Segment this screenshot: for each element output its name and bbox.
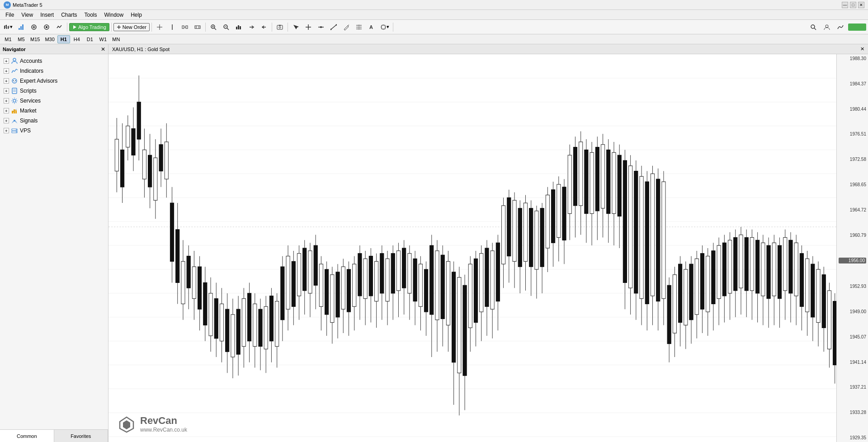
title-bar-controls[interactable]: — □ ✕ [842,2,864,8]
account-button[interactable] [821,21,833,33]
toolbar-separator-6 [288,23,288,32]
scale-fix-button[interactable] [192,21,203,33]
new-order-button[interactable]: New Order [113,23,150,31]
price-1933: 1933.28 [839,410,866,415]
horizontal-line-tool[interactable] [315,21,327,33]
svg-rect-244 [551,190,555,243]
tf-h4[interactable]: H4 [71,35,83,43]
svg-rect-324 [772,243,776,296]
chart-type-dropdown[interactable]: ▾ [2,21,14,33]
nav-item-accounts[interactable]: + Accounts [0,56,108,66]
tf-h1[interactable]: H1 [57,35,70,43]
minimize-button[interactable]: — [842,2,848,8]
nav-item-signals[interactable]: + Signals [0,116,108,126]
svg-rect-312 [739,235,743,288]
select-tool[interactable] [290,21,302,33]
svg-rect-118 [203,282,207,325]
current-price-label: 1956.00 [839,258,866,263]
tf-m15[interactable]: M15 [28,35,42,43]
tf-m30[interactable]: M30 [42,35,57,43]
svg-rect-340 [816,269,820,323]
chart-canvas[interactable]: 1988.30 1984.37 1980.44 1976.51 1972.58 … [108,54,868,442]
nav-item-scripts[interactable]: + Scripts [0,86,108,96]
tf-d1[interactable]: D1 [84,35,96,43]
signals-button[interactable] [835,21,846,33]
svg-rect-136 [253,304,257,346]
watermark-url: www.RevCan.co.uk [140,427,187,433]
nav-item-market[interactable]: + Market [0,106,108,116]
tf-w1[interactable]: W1 [97,35,109,43]
toolbar-btn-5[interactable] [53,21,65,33]
zoom-in-button[interactable] [208,21,219,33]
svg-rect-328 [783,237,787,291]
nav-expand-vps[interactable]: + [4,128,9,133]
menu-window[interactable]: Window [101,11,127,19]
svg-rect-160 [319,264,323,306]
nav-expand-market[interactable]: + [4,108,9,113]
svg-rect-122 [214,299,218,339]
nav-item-expert-advisors[interactable]: + Expert Advisors [0,76,108,86]
svg-rect-288 [673,275,676,333]
menu-view[interactable]: View [18,11,37,19]
bar-chart-button[interactable] [233,21,245,33]
menu-charts[interactable]: Charts [57,11,80,19]
menu-insert[interactable]: Insert [37,11,57,19]
nav-expand-signals[interactable]: + [4,118,9,123]
algo-trading-button[interactable]: Algo Trading [69,23,109,31]
text-tool[interactable]: A [366,21,377,33]
svg-rect-150 [292,261,295,306]
svg-rect-314 [745,237,748,291]
crosshair-tool[interactable] [154,21,165,33]
shapes-tool[interactable]: ▾ [378,21,391,33]
fib-tool[interactable] [353,21,365,33]
nav-item-vps[interactable]: + VPS [0,126,108,136]
svg-rect-98 [148,155,152,187]
nav-expand-scripts[interactable]: + [4,88,9,94]
nav-expand-ea[interactable]: + [4,78,9,84]
nav-item-services[interactable]: + Services [0,96,108,106]
svg-rect-242 [546,195,549,248]
svg-rect-61 [15,110,17,113]
svg-rect-17 [186,26,188,28]
close-button[interactable]: ✕ [858,2,864,8]
tf-m5[interactable]: M5 [15,35,28,43]
screenshot-button[interactable] [274,21,286,33]
zoom-out-button[interactable] [220,21,232,33]
nav-expand-accounts[interactable]: + [4,58,9,64]
plus-tool[interactable] [302,21,314,33]
maximize-button[interactable]: □ [850,2,856,8]
nav-expand-services[interactable]: + [4,98,9,103]
menu-tools[interactable]: Tools [81,11,101,19]
svg-line-27 [227,28,229,30]
search-button[interactable] [807,21,819,33]
nav-tab-common[interactable]: Common [0,430,54,442]
svg-rect-302 [712,251,715,304]
app-title: MetaTrader 5 [13,2,42,8]
nav-tab-favorites[interactable]: Favorites [54,430,108,442]
draw-tool[interactable] [340,21,352,33]
trend-line-tool[interactable] [328,21,340,33]
new-chart-button[interactable] [15,21,27,33]
nav-expand-indicators[interactable]: + [4,68,9,74]
vertical-line-tool[interactable] [166,21,178,33]
chart-scroll-button[interactable] [258,21,270,33]
svg-rect-86 [115,139,118,171]
toolbar-btn-3[interactable] [28,21,40,33]
chart-shift-button[interactable] [179,21,191,33]
navigator-panel: Navigator ✕ + Accounts + Indicators [0,44,108,442]
chart-tab-close[interactable]: ✕ [860,46,864,52]
menu-help[interactable]: Help [127,11,146,19]
auto-scroll-button[interactable] [245,21,257,33]
svg-rect-166 [336,272,340,317]
price-1960: 1960.79 [839,233,866,238]
svg-rect-31 [240,26,241,29]
nav-item-indicators[interactable]: + Indicators [0,66,108,76]
vps-icon [11,127,18,134]
svg-rect-300 [706,256,710,312]
menu-file[interactable]: File [2,11,18,19]
toolbar-btn-4[interactable] [41,21,52,33]
svg-rect-308 [728,240,731,293]
navigator-close-button[interactable]: ✕ [101,46,105,52]
tf-m1[interactable]: M1 [2,35,14,43]
tf-mn[interactable]: MN [110,35,123,43]
